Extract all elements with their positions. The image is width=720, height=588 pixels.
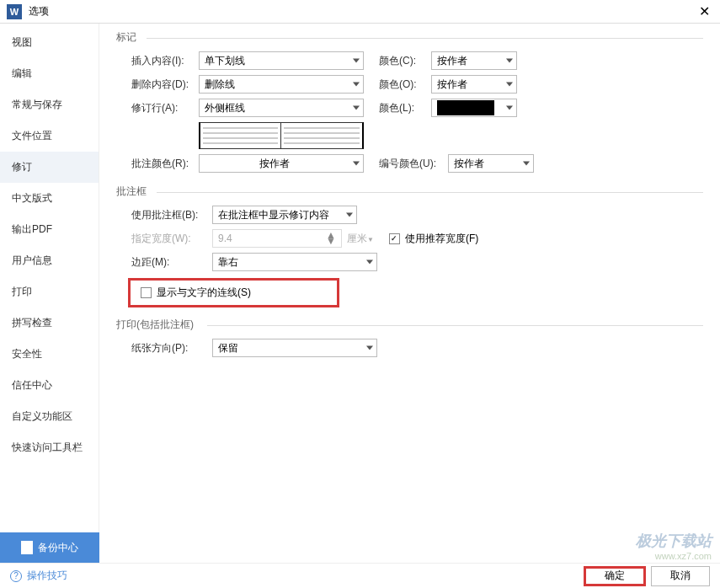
sidebar-item-print[interactable]: 打印	[0, 276, 99, 307]
sidebar-item-edit[interactable]: 编辑	[0, 58, 99, 89]
sidebar-item-general-save[interactable]: 常规与保存	[0, 89, 99, 120]
group-balloon-title: 批注框	[116, 184, 703, 199]
comment-color-label: 批注颜色(R):	[131, 157, 199, 171]
tips-link[interactable]: ? 操作技巧	[10, 569, 67, 583]
use-balloon-label: 使用批注框(B):	[131, 208, 212, 222]
backup-center-button[interactable]: 备份中心	[0, 532, 99, 563]
question-icon: ?	[10, 570, 22, 582]
app-icon: W	[7, 4, 22, 19]
insert-content-label: 插入内容(I):	[131, 54, 199, 68]
sidebar-item-spellcheck[interactable]: 拼写检查	[0, 307, 99, 339]
color-l-label: 颜色(L):	[379, 101, 431, 115]
sidebar-item-chinese-layout[interactable]: 中文版式	[0, 183, 99, 214]
sidebar-item-security[interactable]: 安全性	[0, 339, 99, 370]
paper-dir-label: 纸张方向(P):	[131, 341, 212, 355]
sidebar: 视图 编辑 常规与保存 文件位置 修订 中文版式 输出PDF 用户信息 打印 拼…	[0, 24, 99, 558]
color-c-label: 颜色(C):	[379, 54, 431, 68]
watermark: 极光下载站 www.xz7.com	[636, 531, 712, 561]
margin-dropdown[interactable]: 靠右	[212, 253, 377, 271]
sidebar-item-view[interactable]: 视图	[0, 27, 99, 58]
sidebar-item-user-info[interactable]: 用户信息	[0, 245, 99, 276]
revision-line-label: 修订行(A):	[131, 101, 199, 115]
sidebar-item-custom-ribbon[interactable]: 自定义功能区	[0, 401, 99, 432]
ok-button[interactable]: 确定	[584, 566, 646, 586]
width-spinner: 9.4 ▲▼	[212, 229, 342, 248]
width-label: 指定宽度(W):	[131, 232, 212, 246]
revision-preview	[199, 122, 703, 149]
color-l-dropdown[interactable]	[431, 99, 517, 117]
sidebar-item-output-pdf[interactable]: 输出PDF	[0, 214, 99, 245]
show-line-checkbox[interactable]	[141, 287, 152, 298]
color-o-dropdown[interactable]: 按作者	[431, 75, 517, 94]
recommend-width-checkbox[interactable]	[389, 233, 400, 244]
group-mark-title: 标记	[116, 30, 703, 45]
highlighted-checkbox-area: 显示与文字的连线(S)	[128, 278, 339, 307]
show-line-label: 显示与文字的连线(S)	[157, 286, 251, 300]
insert-content-dropdown[interactable]: 单下划线	[199, 51, 364, 70]
sidebar-item-file-location[interactable]: 文件位置	[0, 120, 99, 152]
num-color-dropdown[interactable]: 按作者	[448, 154, 534, 173]
color-o-label: 颜色(O):	[379, 78, 431, 92]
comment-color-dropdown[interactable]: 按作者	[199, 154, 364, 173]
cancel-button[interactable]: 取消	[651, 566, 710, 586]
sidebar-item-trust-center[interactable]: 信任中心	[0, 370, 99, 401]
recommend-width-label: 使用推荐宽度(F)	[405, 232, 478, 246]
sidebar-item-quick-access[interactable]: 快速访问工具栏	[0, 432, 99, 463]
sidebar-item-revision[interactable]: 修订	[0, 152, 99, 183]
content-panel: 标记 插入内容(I): 单下划线 颜色(C): 按作者 删除内容(D): 删除线…	[99, 24, 720, 558]
group-print-title: 打印(包括批注框)	[116, 318, 703, 332]
window-title: 选项	[29, 4, 696, 19]
color-c-dropdown[interactable]: 按作者	[431, 51, 517, 70]
num-color-label: 编号颜色(U):	[379, 157, 448, 171]
use-balloon-dropdown[interactable]: 在批注框中显示修订内容	[212, 206, 357, 224]
margin-label: 边距(M):	[131, 255, 212, 270]
width-unit: 厘米▼	[347, 232, 374, 246]
revision-line-dropdown[interactable]: 外侧框线	[199, 99, 364, 117]
close-icon[interactable]: ✕	[696, 3, 713, 19]
delete-content-dropdown[interactable]: 删除线	[199, 75, 364, 94]
delete-content-label: 删除内容(D):	[131, 78, 199, 92]
document-icon	[21, 541, 33, 554]
paper-dir-dropdown[interactable]: 保留	[212, 339, 377, 357]
color-swatch-black	[437, 100, 494, 115]
